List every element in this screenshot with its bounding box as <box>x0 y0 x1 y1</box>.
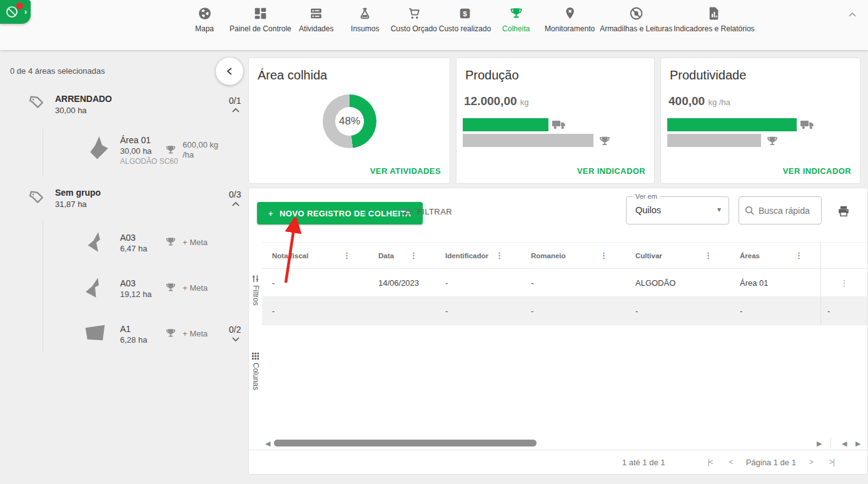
nav-item-label: Colheita <box>502 24 530 33</box>
group-row-arrendado[interactable]: ARRENDADO 30,00 ha <box>55 94 112 115</box>
scroll-right-arrow[interactable]: ▶ <box>817 440 822 447</box>
card-title: Área colhida <box>258 68 327 83</box>
report-icon <box>706 6 722 21</box>
productivity-value: 400,00 <box>669 94 705 108</box>
nav-item-label: Custo realizado <box>439 24 491 33</box>
indent-guide <box>43 220 43 353</box>
column-header-data[interactable]: Data⋮ <box>368 243 435 268</box>
side-tab-colunas[interactable]: Colunas <box>249 352 262 390</box>
filter-button[interactable]: FILTRAR <box>401 207 452 216</box>
nav-item-mapa[interactable]: Mapa <box>180 6 229 33</box>
area-goal-value: 600,00 kg /ha <box>183 140 221 160</box>
column-header-nota-fiscal[interactable]: Nota fiscal⋮ <box>262 243 368 268</box>
nav-item-custo-orcado[interactable]: Custo Orçado <box>390 6 438 33</box>
area-item-a03-1[interactable]: A03 6,47 ha <box>120 233 147 253</box>
column-menu-icon[interactable]: ⋮ <box>410 251 418 260</box>
subarea-count: 0/2 <box>229 325 241 335</box>
nav-item-label: Monitoramento <box>545 24 595 33</box>
navbar-collapse-button[interactable] <box>845 8 859 21</box>
column-menu-icon[interactable]: ⋮ <box>704 251 712 260</box>
produtividade-bar-goal <box>667 134 761 147</box>
filter-icon <box>401 208 412 216</box>
group-name: Sem grupo <box>55 188 101 198</box>
nav-item-painel-de-controle[interactable]: Painel de Controle <box>229 6 292 33</box>
cell-nota-fiscal: - <box>262 297 368 325</box>
subarea-expand-chevron[interactable] <box>231 336 240 342</box>
truck-icon <box>800 119 814 130</box>
area-shape-icon <box>83 323 108 343</box>
add-goal-button[interactable]: + Meta <box>183 329 208 338</box>
add-goal-button[interactable]: + Meta <box>183 238 208 247</box>
column-menu-icon[interactable]: ⋮ <box>495 251 503 260</box>
cell-cultivar: - <box>625 297 730 325</box>
search-input[interactable] <box>759 206 816 216</box>
nav-items: Mapa Painel de Controle Atividades Insum… <box>180 6 755 33</box>
view-in-select[interactable]: Ver em Quilos ▾ <box>626 196 729 224</box>
side-tab-label: Filtros <box>251 285 260 306</box>
row-actions-menu[interactable]: ⋮ <box>820 269 867 296</box>
cell-data: 14/06/2023 <box>368 269 435 296</box>
last-page-button[interactable]: >| <box>829 458 834 466</box>
harvested-percent-label: 48% <box>335 107 364 136</box>
nav-item-atividades[interactable]: Atividades <box>292 6 341 33</box>
view-in-value: Quilos <box>635 205 661 215</box>
ver-atividades-link[interactable]: VER ATIVIDADES <box>370 166 441 176</box>
group-row-sem-grupo[interactable]: Sem grupo 31,87 ha <box>55 188 101 209</box>
nav-item-label: Insumos <box>351 24 379 33</box>
column-menu-icon[interactable]: ⋮ <box>795 251 803 260</box>
nav-item-custo-realizado[interactable]: $ Custo realizado <box>438 6 492 33</box>
first-page-button[interactable]: |< <box>707 458 712 466</box>
harvest-records-panel: + NOVO REGISTRO DE COLHEITA FILTRAR Ver … <box>248 188 868 475</box>
area-item-a1[interactable]: A1 6,28 ha <box>120 324 147 345</box>
sidebar-collapse-button[interactable] <box>216 58 243 85</box>
column-label: Identificador <box>445 252 488 260</box>
tag-icon <box>28 94 45 111</box>
nav-item-insumos[interactable]: Insumos <box>341 6 390 33</box>
area-shape-icon <box>86 135 110 161</box>
cell-actions-empty: - <box>820 297 867 325</box>
area-item-hectares: 6,47 ha <box>120 244 147 253</box>
new-harvest-record-button[interactable]: + NOVO REGISTRO DE COLHEITA <box>257 202 423 224</box>
ver-indicador-link[interactable]: VER INDICADOR <box>577 166 645 176</box>
chevron-right-icon: › <box>24 7 27 16</box>
ver-indicador-link[interactable]: VER INDICADOR <box>783 166 851 176</box>
column-header-identificador[interactable]: Identificador⋮ <box>435 243 521 268</box>
quick-access-tab[interactable]: › <box>0 0 31 24</box>
cell-identificador: - <box>435 297 521 325</box>
column-header-cultivar[interactable]: Cultivar⋮ <box>625 243 730 268</box>
next-page-button[interactable]: > <box>809 458 813 466</box>
plus-icon: + <box>268 209 273 218</box>
production-unit: kg <box>520 98 529 107</box>
column-header-romaneio[interactable]: Romaneio⋮ <box>521 243 625 268</box>
column-menu-icon[interactable]: ⋮ <box>600 251 608 260</box>
card-title: Produção <box>465 68 519 83</box>
group-collapse-chevron[interactable] <box>231 201 240 207</box>
scroll-left-arrow[interactable]: ◀ <box>265 440 270 447</box>
scrollbar-thumb[interactable] <box>274 440 537 446</box>
nav-item-label: Custo Orçado <box>391 24 437 33</box>
previous-page-button[interactable]: < <box>729 458 733 466</box>
nav-item-monitoramento[interactable]: Monitoramento <box>540 6 599 33</box>
producao-bar-actual <box>463 118 548 131</box>
side-tab-filtros[interactable]: Filtros <box>249 275 262 306</box>
area-item-a03-2[interactable]: A03 19,12 ha <box>120 278 152 299</box>
pinned-scroll-right-arrow[interactable]: ▶ <box>855 440 860 447</box>
add-goal-button[interactable]: + Meta <box>183 283 208 293</box>
table-row[interactable]: - - - - - - <box>262 297 867 325</box>
areas-selection-summary: 0 de 4 áreas selecionadas <box>10 66 105 76</box>
dashboard-icon <box>253 6 268 21</box>
nav-item-armadilhas-e-leituras[interactable]: Armadilhas e Leituras <box>599 6 673 33</box>
column-header-actions <box>820 243 867 268</box>
column-menu-icon[interactable]: ⋮ <box>343 251 351 260</box>
group-collapse-chevron[interactable] <box>231 108 240 113</box>
table-row[interactable]: - 14/06/2023 - - ALGODÃO Área 01 ⋮ <box>262 269 867 297</box>
nav-item-colheita[interactable]: Colheita <box>492 6 540 33</box>
cell-romaneio: - <box>521 297 625 325</box>
column-header-areas[interactable]: Áreas⋮ <box>730 243 820 268</box>
new-harvest-record-label: NOVO REGISTRO DE COLHEITA <box>280 209 411 218</box>
print-icon[interactable] <box>837 204 850 218</box>
group-area: 30,00 ha <box>55 106 112 115</box>
nav-item-indicadores-e-relatorios[interactable]: Indicadores e Relatórios <box>673 6 755 33</box>
pinned-scroll-left-arrow[interactable]: ◀ <box>842 440 847 447</box>
group-area: 31,87 ha <box>55 199 101 209</box>
